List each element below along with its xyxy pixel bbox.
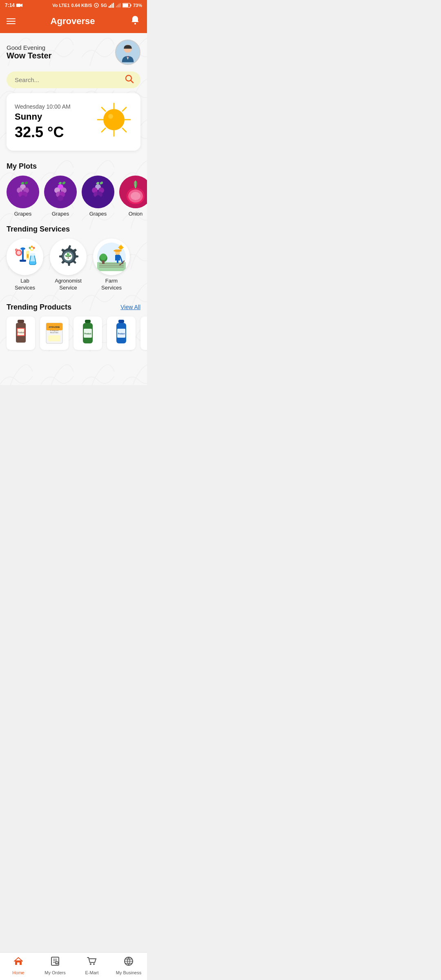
greeting-text: Good Evening Wow Tester	[7, 44, 51, 60]
atrazine-box-icon: ATRAZINE St. Augustin Weed Killer	[44, 321, 65, 345]
plots-scroll: Grapes Grapes	[0, 174, 147, 220]
service-farm[interactable]: FarmServices	[93, 238, 130, 292]
grapes-3-img	[82, 176, 114, 208]
trending-services-title: Trending Services	[7, 225, 70, 234]
svg-rect-9	[117, 5, 118, 7]
products-scroll: Product ATRAZINE St. Augustin Weed Kille…	[0, 315, 147, 356]
agronomist-service-icon	[54, 243, 82, 271]
plot-onion[interactable]: Onion	[119, 176, 147, 217]
svg-text:ATRAZINE: ATRAZINE	[49, 326, 60, 328]
svg-line-25	[122, 107, 126, 111]
svg-point-15	[134, 23, 136, 24]
bell-svg-icon	[130, 15, 140, 25]
product-img-4: Product	[109, 319, 134, 347]
app-header: Agroverse	[0, 11, 147, 33]
plot-label-1: Grapes	[14, 211, 32, 217]
green-bottle-icon: Product	[80, 320, 95, 346]
svg-point-79	[100, 254, 107, 260]
svg-rect-14	[123, 4, 128, 7]
svg-rect-10	[118, 4, 119, 8]
svg-marker-1	[20, 4, 22, 7]
salutation: Good Evening	[7, 44, 51, 51]
plot-label-2: Grapes	[52, 211, 69, 217]
svg-point-27	[103, 109, 125, 130]
service-lab-label: LabServices	[15, 278, 35, 292]
service-lab-icon-wrap	[7, 238, 43, 275]
plot-grapes-3[interactable]: Grapes	[82, 176, 114, 217]
service-agronomist-label: AgronomistService	[55, 278, 82, 292]
plot-grapes-1[interactable]: Grapes	[7, 176, 39, 217]
svg-rect-13	[130, 4, 131, 7]
product-img-1: Product	[9, 319, 33, 347]
avatar[interactable]	[115, 40, 140, 65]
svg-point-57	[16, 249, 17, 251]
view-all-button[interactable]: View All	[120, 304, 140, 310]
service-agronomist-icon-wrap	[50, 238, 87, 275]
plot-label-onion: Onion	[129, 211, 143, 217]
plot-grapes-2[interactable]: Grapes	[44, 176, 77, 217]
svg-point-61	[20, 247, 25, 250]
video-icon	[16, 3, 23, 8]
weather-condition: Sunny	[15, 111, 71, 122]
product-img-2: ATRAZINE St. Augustin Weed Killer	[42, 319, 67, 347]
service-agronomist[interactable]: AgronomistService	[50, 238, 87, 292]
search-container	[7, 71, 140, 88]
product-item-5[interactable]: Product	[140, 316, 147, 350]
svg-point-66	[31, 246, 33, 248]
network-type: Vo LTE1	[52, 3, 69, 8]
svg-point-43	[82, 176, 114, 208]
farm-services-icon	[97, 243, 126, 271]
product-item-2[interactable]: ATRAZINE St. Augustin Weed Killer	[40, 316, 69, 350]
svg-point-36	[44, 176, 77, 208]
svg-point-67	[33, 247, 35, 249]
product-item-3[interactable]: Product	[74, 316, 102, 350]
time-display: 7:14	[5, 2, 15, 8]
grapes-2-img	[44, 176, 77, 208]
svg-rect-63	[30, 253, 35, 256]
svg-point-35	[20, 195, 26, 201]
search-input[interactable]	[7, 71, 140, 88]
status-time: 7:14	[5, 2, 23, 8]
weather-datetime: Wednesday 10:00 AM	[15, 103, 71, 110]
svg-rect-107	[118, 320, 124, 323]
svg-rect-4	[109, 6, 110, 8]
svg-rect-5	[110, 5, 111, 8]
svg-point-55	[17, 251, 21, 255]
svg-line-24	[122, 128, 126, 132]
svg-rect-0	[16, 4, 20, 7]
signal-bars-icon	[109, 3, 114, 8]
user-name: Wow Tester	[7, 51, 51, 60]
product-item-1[interactable]: Product	[7, 316, 35, 350]
greeting-section: Good Evening Wow Tester	[0, 33, 147, 68]
product-img-5: Product	[143, 319, 147, 347]
avatar-image	[117, 42, 139, 64]
svg-text:Weed Killer: Weed Killer	[50, 332, 59, 334]
svg-point-42	[58, 195, 63, 201]
blue-bottle-icon: Product	[114, 320, 129, 346]
trending-services-header: Trending Services	[0, 220, 147, 237]
signal-bars2-icon	[116, 3, 121, 8]
svg-point-53	[131, 192, 140, 200]
grapes-1-img	[7, 176, 39, 208]
plot-label-3: Grapes	[89, 211, 107, 217]
sun-svg	[96, 101, 132, 138]
menu-button[interactable]	[7, 18, 16, 24]
svg-line-26	[102, 128, 105, 132]
svg-rect-80	[102, 261, 105, 264]
svg-rect-7	[113, 3, 114, 8]
services-scroll: LabServices	[0, 237, 147, 298]
svg-rect-92	[18, 320, 24, 323]
search-icon[interactable]	[125, 74, 134, 85]
service-lab[interactable]: LabServices	[7, 238, 43, 292]
product-item-4[interactable]: Product	[107, 316, 136, 350]
my-plots-header: My Plots	[0, 157, 147, 174]
svg-rect-60	[22, 249, 24, 261]
svg-line-23	[102, 107, 105, 111]
svg-text:Product: Product	[17, 331, 24, 334]
svg-rect-103	[85, 320, 91, 323]
notification-button[interactable]	[130, 15, 140, 27]
onion-img	[119, 176, 147, 208]
weather-temperature: 32.5 °C	[15, 124, 71, 141]
svg-rect-83	[115, 249, 120, 252]
service-farm-label: FarmServices	[101, 278, 122, 292]
